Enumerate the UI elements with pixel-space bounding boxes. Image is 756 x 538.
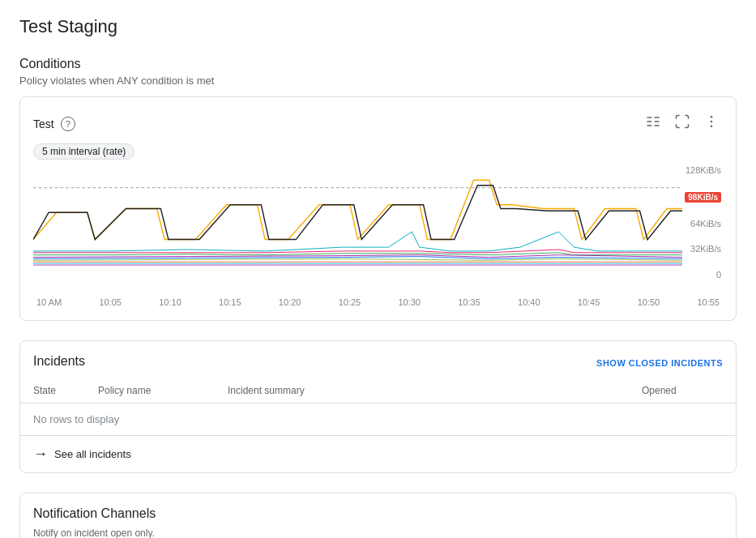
incidents-table-header: State Policy name Incident summary Opene… bbox=[20, 378, 736, 404]
chart-actions bbox=[642, 110, 723, 137]
help-icon[interactable]: ? bbox=[61, 117, 75, 131]
notification-card: Notification Channels Notify on incident… bbox=[19, 493, 737, 538]
see-all-incidents-link[interactable]: → See all incidents bbox=[33, 446, 131, 463]
more-options-icon-button[interactable] bbox=[700, 110, 723, 137]
conditions-title: Conditions bbox=[19, 57, 737, 71]
incidents-title: Incidents bbox=[33, 354, 85, 369]
chart-x-axis: 10 AM 10:05 10:10 10:15 10:20 10:25 10:3… bbox=[33, 297, 723, 307]
col-opened: Opened bbox=[642, 385, 723, 396]
incidents-header: Incidents SHOW CLOSED INCIDENTS bbox=[20, 341, 736, 378]
x-label-1: 10:05 bbox=[99, 297, 122, 307]
svg-point-8 bbox=[711, 126, 713, 128]
incidents-section: Incidents SHOW CLOSED INCIDENTS State Po… bbox=[19, 340, 737, 473]
col-policy-name: Policy name bbox=[98, 385, 228, 396]
x-label-8: 10:40 bbox=[518, 297, 540, 307]
x-label-5: 10:25 bbox=[339, 297, 361, 307]
y-label-64: 64KiB/s bbox=[690, 220, 721, 228]
svg-point-7 bbox=[711, 121, 713, 123]
y-label-0: 0 bbox=[716, 271, 721, 280]
conditions-subtitle: Policy violates when ANY condition is me… bbox=[19, 75, 737, 87]
incidents-empty-message: No rows to display bbox=[20, 404, 736, 436]
notification-title: Notification Channels bbox=[33, 506, 156, 520]
notification-section: Notification Channels Notify on incident… bbox=[19, 493, 737, 538]
svg-point-6 bbox=[711, 116, 713, 118]
chart-header: Test ? bbox=[33, 110, 723, 137]
x-label-0: 10 AM bbox=[36, 297, 62, 307]
threshold-badge: 98KiB/s bbox=[685, 192, 721, 203]
page-title: Test Staging bbox=[19, 16, 737, 37]
x-label-4: 10:20 bbox=[279, 297, 301, 307]
arrow-right-icon: → bbox=[33, 446, 48, 463]
interval-badge[interactable]: 5 min interval (rate) bbox=[33, 143, 135, 160]
notification-header: Notification Channels bbox=[20, 493, 736, 524]
x-label-11: 10:55 bbox=[697, 297, 720, 307]
y-label-32: 32KiB/s bbox=[690, 245, 721, 254]
x-label-10: 10:50 bbox=[638, 297, 660, 307]
col-incident-summary: Incident summary bbox=[228, 385, 642, 396]
legend-icon-button[interactable] bbox=[642, 110, 664, 137]
col-state: State bbox=[33, 385, 98, 396]
chart-svg bbox=[33, 166, 682, 275]
chart-container: 128KiB/s 98KiB/s 64KiB/s 32KiB/s 0 bbox=[33, 166, 723, 296]
x-label-6: 10:30 bbox=[398, 297, 421, 307]
chart-y-axis: 128KiB/s 98KiB/s 64KiB/s 32KiB/s 0 bbox=[685, 166, 723, 280]
notification-subtitle: Notify on incident open only. bbox=[20, 524, 736, 538]
x-label-2: 10:10 bbox=[159, 297, 182, 307]
x-label-3: 10:15 bbox=[219, 297, 241, 307]
show-closed-incidents-button[interactable]: SHOW CLOSED INCIDENTS bbox=[596, 358, 723, 368]
y-label-128: 128KiB/s bbox=[686, 166, 721, 175]
conditions-card: Test ? 5 min interval (rate) bbox=[19, 96, 737, 321]
conditions-section: Conditions Policy violates when ANY cond… bbox=[19, 57, 737, 321]
incidents-card: Incidents SHOW CLOSED INCIDENTS State Po… bbox=[19, 340, 737, 473]
chart-title: Test bbox=[33, 117, 54, 130]
chart-title-row: Test ? bbox=[33, 117, 75, 131]
fullscreen-icon-button[interactable] bbox=[671, 110, 694, 137]
x-label-9: 10:45 bbox=[578, 297, 600, 307]
see-all-label: See all incidents bbox=[54, 448, 131, 460]
see-all-incidents-row: → See all incidents bbox=[20, 436, 736, 472]
x-label-7: 10:35 bbox=[458, 297, 481, 307]
